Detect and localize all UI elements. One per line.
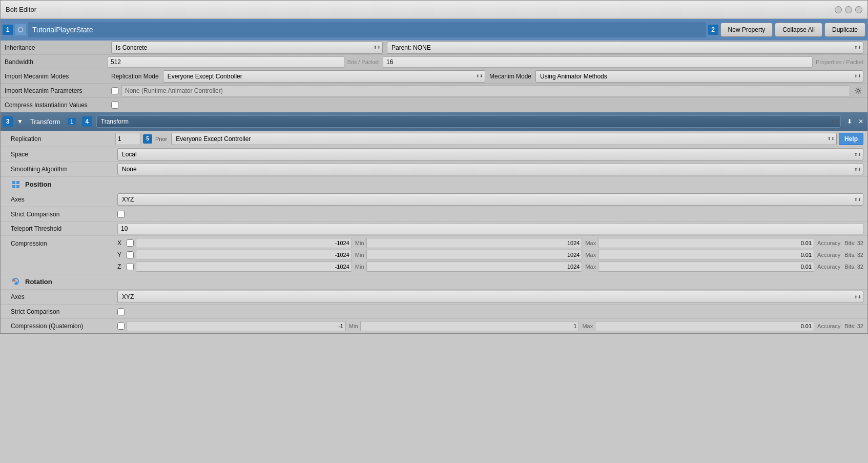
compression-x-min[interactable] (136, 238, 352, 248)
help-button[interactable]: Help (839, 133, 863, 145)
mecanim-mode-dropdown[interactable]: Using Animator Methods (535, 70, 863, 83)
replication-everyone-dropdown[interactable]: Everyone Except Controller (171, 133, 837, 145)
replication-row: Replication 5 Prior Everyone Except Cont… (1, 131, 867, 147)
mecanim-modes-row: Import Mecanim Modes Replication Mode Ev… (1, 69, 867, 84)
rot-bits-label: Bits: 32 (844, 323, 863, 329)
svg-rect-5 (12, 185, 15, 188)
badge-4: 4 (82, 116, 92, 127)
pos-strict-label: Strict Comparison (11, 211, 113, 218)
mecanim-mode-dropdown-wrap: Using Animator Methods (535, 70, 863, 83)
rot-compression-label: Compression (Quaternion) (11, 323, 113, 330)
compression-x-checkbox[interactable] (127, 239, 134, 247)
rot-compression-checkbox[interactable] (117, 323, 125, 330)
rotation-icon (11, 277, 21, 287)
replication-mode-dropdown[interactable]: Everyone Except Controller (163, 70, 485, 83)
params-value-area: None (Runtime Animator Controller) (111, 85, 863, 96)
rot-compression-max[interactable] (360, 321, 580, 331)
z-axis-label: Z (117, 263, 125, 270)
y-bits-label: Bits: 32 (844, 252, 863, 258)
rot-max-label: Max (582, 323, 593, 329)
smoothing-dropdown[interactable]: None (117, 163, 863, 175)
x-accuracy-label: Accuracy (817, 240, 840, 246)
duplicate-button[interactable]: Duplicate (824, 23, 865, 37)
compress-instantiation-row: Compress Instantiation Values (1, 98, 867, 112)
rot-axes-dropdown-wrap: XYZ (117, 291, 863, 303)
content-area: 1 TutorialPlayerState 2 New Property Col… (1, 19, 867, 333)
rot-strict-label: Strict Comparison (11, 308, 113, 315)
compression-z-min[interactable] (136, 261, 352, 272)
properties-value-input[interactable]: 16 (383, 56, 813, 68)
collapse-chevron-icon[interactable]: ▼ (15, 118, 25, 125)
compress-instantiation-checkbox[interactable] (111, 102, 118, 109)
badge-2: 2 (708, 25, 718, 35)
is-concrete-dropdown-wrap: Is Concrete (111, 42, 383, 54)
y-max-label: Max (585, 252, 596, 258)
priority-input[interactable] (115, 133, 141, 145)
y-axis-label: Y (117, 251, 125, 258)
svg-rect-7 (13, 279, 15, 281)
section-options-icon[interactable]: ⬇ (845, 118, 854, 125)
section-close-icon[interactable]: ✕ (856, 118, 865, 125)
compression-y-checkbox[interactable] (127, 251, 134, 258)
close-btn[interactable] (855, 6, 862, 13)
compression-x-accuracy[interactable] (598, 238, 814, 248)
rotation-header: Rotation (1, 274, 867, 290)
transform-type-dropdown-wrap: Transform (96, 115, 841, 128)
rot-axes-label: Axes (11, 293, 113, 300)
rot-compression-min[interactable] (127, 321, 346, 331)
parent-none-dropdown[interactable]: Parent: NONE (387, 42, 863, 54)
title-bar: Bolt Editor (1, 1, 867, 19)
y-min-label: Min (355, 252, 364, 258)
replication-mode-label: Replication Mode (111, 73, 159, 80)
compression-z-checkbox[interactable] (127, 263, 134, 270)
compression-y-min[interactable] (136, 250, 352, 260)
z-max-label: Max (585, 264, 596, 270)
compress-instantiation-label: Compress Instantiation Values (5, 102, 107, 109)
transform-section-header: 3 ▼ Transform 1 4 Transform ⬇ ✕ (1, 112, 867, 131)
params-gear-icon[interactable] (853, 86, 863, 96)
pos-axes-label: Axes (11, 196, 113, 203)
maximize-btn[interactable] (845, 6, 852, 13)
pos-axes-dropdown[interactable]: XYZ (117, 193, 863, 206)
svg-rect-3 (12, 181, 15, 184)
bits-packet-label: Bits / Packet (347, 59, 379, 65)
window-controls (835, 6, 862, 13)
svg-point-2 (857, 89, 860, 92)
teleport-label: Teleport Threshold (11, 225, 113, 232)
params-text-field: None (Runtime Animator Controller) (121, 85, 850, 96)
compression-x-max[interactable] (366, 238, 583, 248)
collapse-all-button[interactable]: Collapse All (775, 23, 822, 37)
asset-name-input[interactable]: TutorialPlayerState (28, 22, 706, 37)
svg-rect-8 (15, 281, 17, 284)
minimize-btn[interactable] (835, 6, 842, 13)
is-concrete-dropdown[interactable]: Is Concrete (111, 42, 383, 54)
space-dropdown[interactable]: Local (117, 148, 863, 160)
priority-label: Prior (155, 136, 167, 142)
transform-type-dropdown[interactable]: Transform (96, 115, 841, 128)
teleport-input[interactable]: 10 (117, 223, 863, 234)
inheritance-label: Inheritance (5, 44, 107, 51)
rot-compression-row: Compression (Quaternion) Min Max Accurac… (1, 319, 867, 333)
replication-mode-dropdown-wrap: Everyone Except Controller (163, 70, 485, 83)
compression-z-max[interactable] (366, 261, 583, 272)
rot-axes-dropdown[interactable]: XYZ (117, 291, 863, 303)
compression-y-accuracy[interactable] (598, 250, 814, 260)
z-bits-label: Bits: 32 (844, 264, 863, 270)
rot-strict-checkbox[interactable] (117, 308, 125, 315)
compression-y-max[interactable] (366, 250, 583, 260)
transform-section-title: Transform (27, 118, 64, 126)
bandwidth-value-input[interactable]: 512 (107, 56, 344, 68)
pos-strict-checkbox[interactable] (117, 211, 125, 218)
new-property-button[interactable]: New Property (720, 23, 773, 37)
import-mecanim-params-row: Import Mecanim Parameters None (Runtime … (1, 84, 867, 98)
space-row: Space Local (1, 147, 867, 162)
pos-strict-row: Strict Comparison (1, 207, 867, 222)
import-mecanim-modes-label: Import Mecanim Modes (5, 73, 107, 80)
import-params-checkbox[interactable] (111, 87, 118, 94)
rot-axes-row: Axes XYZ (1, 290, 867, 305)
compression-z-accuracy[interactable] (598, 261, 814, 272)
rot-min-label: Min (349, 323, 358, 329)
y-accuracy-label: Accuracy (817, 252, 840, 258)
rot-compression-accuracy[interactable] (595, 321, 814, 331)
pos-axes-row: Axes XYZ (1, 192, 867, 207)
